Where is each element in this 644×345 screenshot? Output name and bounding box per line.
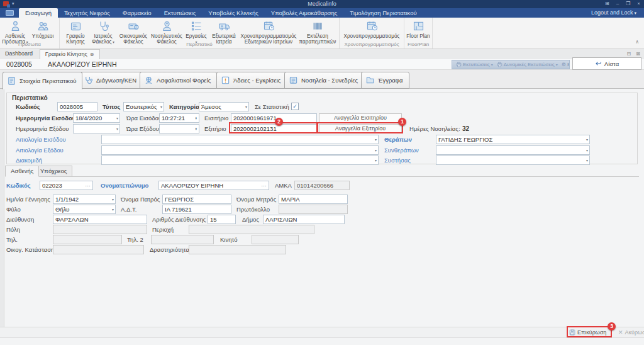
amka-field[interactable]: 01014200666 <box>294 181 350 190</box>
nursing-record-button[interactable]: Νοσηλευτικός Φάκελος <box>150 19 184 42</box>
sex-label: Φύλο <box>6 205 21 214</box>
tab-asfalistikoi-foreis[interactable]: Ασφαλιστικοί Φορείς <box>140 72 217 89</box>
print-button[interactable]: Εκτυπώσεις <box>454 62 495 67</box>
task-list-icon <box>190 20 203 33</box>
maximize-panel-icon[interactable] <box>636 51 640 57</box>
address-number-field[interactable]: 15 <box>208 215 236 224</box>
close-icon[interactable] <box>637 0 640 8</box>
sex-select[interactable]: Θήλυ <box>53 205 116 214</box>
ticket-field[interactable]: 2020001961971 <box>231 113 317 123</box>
mother-name-field[interactable]: ΜΑΡΙΑ <box>279 195 348 204</box>
menu-tab-texnitos-nefros[interactable]: Τεχνητός Νεφρός <box>58 8 116 18</box>
date-in-field[interactable]: 18/4/2020 <box>73 113 120 123</box>
floor-plan-button[interactable]: Floor Plan <box>406 19 430 42</box>
pin-window-icon[interactable] <box>605 0 609 8</box>
address-field[interactable]: ΦΑΡΣΑΛΩΝ <box>53 215 147 224</box>
activity-field[interactable] <box>189 245 286 254</box>
reason-in-select[interactable] <box>101 135 379 144</box>
tel-label: Τηλ. <box>6 235 18 244</box>
exit-field[interactable]: 2020002102131 <box>231 124 317 133</box>
menu-tab-ypovoles-klinikis[interactable]: Υποβολές Κλινικής <box>202 8 264 18</box>
confirm-button[interactable]: Επικύρωση <box>569 328 606 337</box>
outpatient-clinics-button[interactable]: Εξωτερικά Ιατρεία <box>209 19 239 42</box>
date-out-label: Ημερομηνία Εξόδου <box>16 124 69 133</box>
incident-category-select[interactable]: Άμεσος <box>199 102 249 111</box>
protocol-field[interactable] <box>279 205 348 214</box>
father-name-field[interactable]: ΓΕΩΡΓΙΟΣ <box>162 195 231 204</box>
area-field[interactable] <box>189 225 314 234</box>
notes-icon <box>289 76 298 85</box>
time-out-field[interactable] <box>159 124 199 133</box>
people-icon <box>36 20 50 33</box>
tab-adeies-egkriseis[interactable]: Άδειες - Εγκρίσεις <box>216 72 287 89</box>
announce-discharge-button[interactable]: Αναγγελία Εξιτηρίου <box>319 124 402 133</box>
time-in-field[interactable]: 10:27:21 <box>159 113 199 123</box>
left-splitter[interactable] <box>0 89 4 327</box>
ribbon-group-label: Χρονοπρογραμματισμός <box>340 42 404 48</box>
protocol-label: Πρωτόκολλο <box>236 205 270 214</box>
calendar-clock-icon <box>262 20 275 33</box>
patients-persons-button[interactable]: Ασθενείς Πρόσωπα <box>2 19 28 42</box>
municipality-field[interactable]: ΛΑΡΙΣΑΙΩΝ <box>263 215 345 224</box>
mobile-field[interactable] <box>252 235 299 244</box>
transfer-select[interactable] <box>101 156 379 165</box>
menu-tab-timologisi[interactable]: Τιμολόγηση Περιστατικού <box>343 8 423 18</box>
scheduling-button[interactable]: Χρονοπρογραμματισμός <box>341 19 402 42</box>
tel-field[interactable] <box>53 235 122 244</box>
announce-admission-button[interactable]: Αναγγελία Εισιτηρίου <box>319 113 402 123</box>
referrer-select[interactable] <box>436 156 590 165</box>
movement-office-button[interactable]: Γραφείο Κίνησης <box>62 19 89 42</box>
menu-tab-farmakeio[interactable]: Φαρμακείο <box>116 8 158 18</box>
cancel-button[interactable]: ✕ Ακύρωση <box>618 328 644 337</box>
floorplan-icon <box>412 20 425 33</box>
tab-stoixeia-peristatikou[interactable]: Στοιχεία Περιστατικού <box>3 72 82 89</box>
area-label: Περιοχή <box>152 225 174 234</box>
tab-asthenis[interactable]: Ασθενής <box>5 166 39 177</box>
time-in-label: Ώρα Εισόδου <box>126 113 162 123</box>
city-field[interactable] <box>53 225 147 234</box>
co-doctor-select[interactable] <box>436 145 590 155</box>
tab-eggrafa[interactable]: Έγγραφα <box>361 72 409 89</box>
dock-panel-icon[interactable] <box>627 51 631 57</box>
menu-tab-ypovoles-aimokatharsis[interactable]: Υποβολές Αιμοκάθαρσης <box>265 8 344 18</box>
obligors-button[interactable]: Υπόχρεοι <box>28 19 57 42</box>
application-menu-button[interactable] <box>0 8 19 18</box>
tel2-field[interactable] <box>151 235 214 244</box>
in-statistics-checkbox[interactable]: ✓ <box>291 103 299 110</box>
incident-code-field[interactable]: 0028005 <box>57 102 97 111</box>
financial-record-button[interactable]: Οικονομικός Φάκελος <box>117 19 150 42</box>
minimize-icon[interactable] <box>616 0 619 8</box>
tab-diagnosi-ken[interactable]: Διάγνωση/ΚΕΝ <box>79 72 143 89</box>
tab-ypoxreos[interactable]: Υπόχρεος <box>35 166 72 177</box>
dob-field[interactable]: 1/1/1942 <box>53 195 116 204</box>
back-to-list-button[interactable]: Λίστα <box>572 57 641 70</box>
collapse-ribbon-icon[interactable] <box>635 39 639 45</box>
tasks-button[interactable]: Εργασίες <box>184 19 209 42</box>
menu-tab-ektyposeis[interactable]: Εκτυπώσεις <box>158 8 203 18</box>
dynamic-print-button[interactable]: Δυναμικές Εκτυπώσεις <box>495 62 560 67</box>
outpatient-scheduling-button[interactable]: Χρονοπρογραμματισμός Εξωτερικών Ιατρείων <box>239 19 298 42</box>
tab-nosileia-synedries[interactable]: Νοσηλεία - Συνεδρίες <box>284 72 364 89</box>
marital-status-field[interactable] <box>53 245 144 254</box>
execute-referrals-button[interactable]: Εκτέλεση παραπεμπτικών <box>298 19 337 42</box>
incident-category-label: Κατηγορία <box>169 102 199 111</box>
logout-and-lock-button[interactable]: Logout and Lock <box>584 8 644 18</box>
stethoscope-icon <box>97 20 110 33</box>
doctor-label: Θεράπων <box>384 135 412 144</box>
restore-icon[interactable] <box>626 0 630 8</box>
incident-type-select[interactable]: Εσωτερικός <box>123 102 164 111</box>
date-out-field[interactable] <box>73 124 120 133</box>
medical-record-button[interactable]: Ιατρικός Φάκελος <box>89 19 117 42</box>
reason-out-select[interactable] <box>101 145 379 155</box>
tab-dashboard[interactable]: Dashboard <box>0 49 38 59</box>
patient-name-field[interactable]: ΑΚΑΛΟΡΙΖΟΥ ΕΙΡΗΝΗ <box>158 181 269 190</box>
doctor-select[interactable]: ΓΑΤΙΔΗΣ ΓΕΩΡΓΙΟΣ <box>436 135 590 144</box>
app-menu-icon <box>6 10 14 16</box>
tasks-menu-button[interactable]: ⚙ Εργασίες <box>560 62 570 67</box>
hospitalization-days-label: Ημέρες Νοσηλείας: <box>409 124 460 133</box>
close-tab-icon[interactable] <box>90 50 94 59</box>
patient-code-field[interactable]: 022023 <box>40 181 93 190</box>
tab-grafeio-kinisis[interactable]: Γραφείο Κίνησης <box>40 49 100 59</box>
adt-field[interactable]: ΙΑ 719621 <box>162 205 231 214</box>
menu-tab-eisagogi[interactable]: Εισαγωγή <box>19 8 58 18</box>
